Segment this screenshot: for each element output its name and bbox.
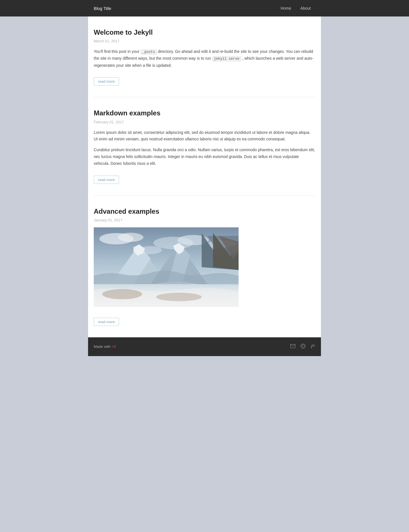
rss-icon[interactable] [311, 344, 315, 350]
read-more-btn-2[interactable]: read more [94, 176, 119, 184]
post-markdown-examples: Markdown examples February 01, 2017 Lore… [94, 97, 315, 195]
inline-code-posts: _posts [141, 49, 157, 55]
post-paragraph-1-1: You'll find this post in your _posts dir… [94, 48, 315, 69]
post-body-1: You'll find this post in your _posts dir… [94, 48, 315, 69]
post-date-1: March 01, 2017 [94, 39, 315, 43]
footer-text: Made with <3 [94, 344, 116, 349]
made-with-label: Made with [94, 344, 110, 349]
read-more-btn-1[interactable]: read more [94, 77, 119, 86]
post-image-mountain [94, 227, 239, 307]
post-date-2: February 01, 2017 [94, 120, 315, 124]
footer-icons [290, 344, 315, 350]
inline-code-jekyll: jekyll serve [212, 56, 241, 61]
main-wrapper: Welcome to Jekyll March 01, 2017 You'll … [88, 16, 321, 356]
post-paragraph-2-1: Lorem ipsum dolor sit amet, consectetur … [94, 129, 315, 143]
svg-point-2 [118, 233, 143, 242]
post-body-2: Lorem ipsum dolor sit amet, consectetur … [94, 129, 315, 167]
main-nav: Home About [276, 0, 315, 16]
post-title-3: Advanced examples [94, 207, 315, 216]
github-icon[interactable] [301, 344, 306, 350]
post-advanced-examples: Advanced examples January 01, 2017 [94, 196, 315, 337]
nav-home[interactable]: Home [276, 0, 296, 16]
nav-about[interactable]: About [296, 0, 315, 16]
post-welcome-to-jekyll: Welcome to Jekyll March 01, 2017 You'll … [94, 16, 315, 97]
post-title-2: Markdown examples [94, 109, 315, 117]
post-paragraph-2-2: Curabitur pretium tincidunt lacus. Nulla… [94, 147, 315, 167]
read-more-btn-3[interactable]: read more [94, 318, 119, 326]
svg-point-21 [311, 347, 312, 348]
post-title-1: Welcome to Jekyll [94, 28, 315, 37]
site-header: Blog Title Home About [0, 0, 409, 16]
svg-point-20 [301, 344, 305, 348]
site-footer: Made with <3 [88, 337, 321, 356]
email-icon[interactable] [290, 344, 295, 349]
content-area: Welcome to Jekyll March 01, 2017 You'll … [88, 16, 321, 337]
post-date-3: January 01, 2017 [94, 218, 315, 222]
blog-title[interactable]: Blog Title [94, 6, 111, 11]
svg-point-18 [156, 293, 202, 301]
heart-icon: <3 [112, 344, 116, 349]
svg-point-17 [102, 289, 142, 299]
